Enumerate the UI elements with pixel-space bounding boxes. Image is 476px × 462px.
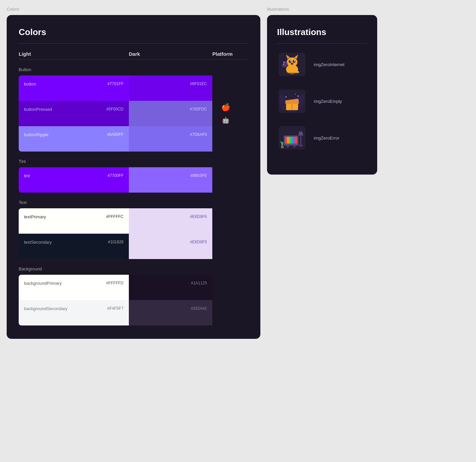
platform-area-bgprimary [212, 275, 239, 300]
colors-divider [19, 43, 248, 44]
button-color-section: button #7701FF button #6F01EC buttonPres… [19, 75, 248, 152]
color-cell-bgsecondary-light: backgroundSecondary #F4F5F7 [19, 300, 129, 325]
table-row: button #7701FF button #6F01EC [19, 75, 248, 101]
illus-name-error: imgZeroError [314, 136, 339, 141]
page-layout: Colors Colors Light Dark Platform Button… [7, 7, 469, 339]
colors-section-label: Colors [7, 7, 260, 12]
color-hex: #7700FF [107, 173, 124, 178]
color-cell-button-light: button #7701FF [19, 75, 129, 101]
color-hex: #101828 [108, 240, 124, 244]
color-cell-textsecondary-dark: textSecondary #E6D9F5 [129, 234, 212, 259]
color-name: buttonPressed [24, 107, 52, 112]
color-cell-textprimary-light: textPrimary #FFFFFC [19, 208, 129, 234]
illus-name-internet: imgZeroInternet [314, 62, 344, 67]
illus-thumb-error [277, 125, 307, 151]
column-headers: Light Dark Platform [19, 51, 248, 60]
col-header-light: Light [19, 51, 129, 60]
svg-rect-25 [293, 102, 299, 104]
svg-point-29 [295, 94, 296, 94]
illus-thumb-empty [277, 88, 307, 114]
colors-card-title: Colors [19, 27, 248, 37]
svg-rect-41 [295, 137, 297, 144]
illustrations-panel: Illustrations Illustrations [267, 7, 377, 175]
color-cell-bgprimary-light: backgroundPrimary #FFFFFD [19, 275, 129, 300]
svg-rect-31 [300, 136, 301, 146]
table-row: textPrimary #FFFFFC textPrimary #E6D9F6 [19, 208, 248, 234]
category-background-label: Background [19, 266, 248, 271]
android-icon: 🤖 [222, 117, 229, 124]
color-cell-pressed-dark: buttonPressed #785FDC [129, 101, 212, 126]
color-name: textPrimary [24, 214, 46, 219]
color-hex-dark: #8B63FE [190, 173, 207, 178]
svg-point-10 [294, 60, 295, 61]
color-cell-bgsecondary-dark: backgroundSecondary #332A41 [129, 300, 212, 325]
svg-point-8 [293, 60, 295, 63]
svg-point-28 [286, 96, 287, 97]
color-hex-dark: #E6D9F6 [190, 214, 207, 219]
list-item: imgZeroEmpty [277, 88, 367, 114]
illus-thumb-internet [277, 51, 307, 78]
background-color-section: backgroundPrimary #FFFFFD backgroundPrim… [19, 275, 248, 325]
color-cell-ripple-light: buttonRipple #8A80FF [19, 126, 129, 152]
color-name: tint [24, 173, 30, 178]
illustrations-divider [277, 43, 367, 44]
color-cell-tint-light: tint #7700FF [19, 167, 129, 193]
category-tint-label: Tint [19, 159, 248, 164]
color-hex: #5F00CD [106, 107, 124, 111]
color-hex: #FFFFFD [106, 281, 124, 285]
color-name: buttonRipple [24, 132, 48, 137]
svg-rect-43 [293, 146, 295, 148]
color-name: backgroundSecondary [24, 306, 67, 311]
svg-point-32 [298, 145, 303, 147]
svg-point-7 [289, 60, 291, 63]
tint-color-section: tint #7700FF tint #8B63FE [19, 167, 248, 193]
color-cell-ripple-dark: buttonRipple #7D6AF0 [129, 126, 212, 152]
platform-area-pressed: 🍎 🤖 [212, 101, 239, 126]
table-row: backgroundSecondary #F4F5F7 backgroundSe… [19, 300, 248, 325]
color-cell-tint-dark: tint #8B63FE [129, 167, 212, 193]
table-row: tint #7700FF tint #8B63FE [19, 167, 248, 193]
svg-rect-36 [285, 137, 287, 144]
svg-point-27 [297, 95, 299, 97]
list-item: imgZeroError [277, 125, 367, 151]
color-hex-dark: #E6D9F5 [190, 240, 207, 244]
color-hex-dark: #6F01EC [190, 81, 207, 86]
svg-rect-24 [285, 102, 291, 104]
color-name: backgroundPrimary [24, 281, 62, 286]
svg-rect-26 [291, 102, 293, 110]
color-cell-pressed-light: buttonPressed #5F00CD [19, 101, 129, 126]
text-color-section: textPrimary #FFFFFC textPrimary #E6D9F6 … [19, 208, 248, 259]
svg-point-11 [291, 63, 293, 65]
platform-area-bgsecondary [212, 300, 239, 325]
svg-rect-42 [287, 146, 289, 148]
platform-area-ripple [212, 126, 239, 152]
color-hex: #7701FF [107, 81, 124, 86]
colors-card: Colors Light Dark Platform Button button… [7, 15, 260, 339]
color-hex-dark: #7D6AF0 [190, 132, 207, 137]
list-item: imgZeroInternet [277, 51, 367, 78]
table-row: backgroundPrimary #FFFFFD backgroundPrim… [19, 275, 248, 300]
table-row: buttonPressed #5F00CD buttonPressed #785… [19, 101, 248, 126]
illustrations-card: Illustrations [267, 15, 377, 175]
color-hex-dark: #332A41 [191, 306, 207, 311]
color-name: textSecondary [24, 240, 52, 245]
colors-panel: Colors Colors Light Dark Platform Button… [7, 7, 260, 339]
color-cell-textsecondary-light: textSecondary #101828 [19, 234, 129, 259]
col-header-dark: Dark [129, 51, 212, 60]
table-row: textSecondary #101828 textSecondary #E6D… [19, 234, 248, 259]
svg-rect-40 [293, 137, 295, 144]
color-cell-textprimary-dark: textPrimary #E6D9F6 [129, 208, 212, 234]
svg-rect-39 [291, 137, 293, 144]
platform-area-textsecondary [212, 234, 239, 259]
color-hex-dark: #1A1125 [191, 281, 207, 285]
svg-point-15 [283, 64, 284, 64]
illus-name-empty: imgZeroEmpty [314, 99, 342, 104]
platform-area-textprimary [212, 208, 239, 234]
category-button-label: Button [19, 67, 248, 72]
svg-rect-37 [287, 137, 289, 144]
svg-point-14 [283, 61, 285, 63]
color-hex: #8A80FF [107, 132, 124, 137]
color-hex-dark: #785FDC [190, 107, 207, 111]
table-row: buttonRipple #8A80FF buttonRipple #7D6AF… [19, 126, 248, 152]
svg-point-9 [290, 60, 291, 61]
